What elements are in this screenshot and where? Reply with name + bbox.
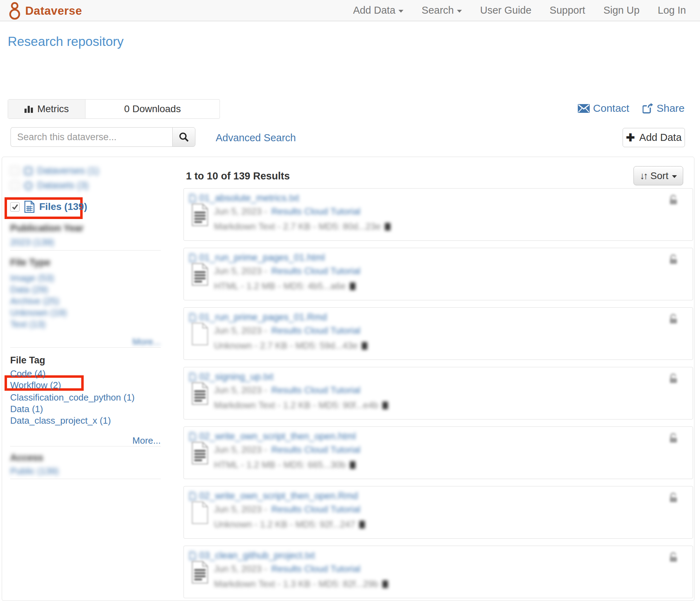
- top-navbar: Dataverse Add Data Search User Guide Sup…: [0, 0, 700, 21]
- checkbox[interactable]: [10, 166, 20, 176]
- chevron-down-icon: [457, 10, 462, 13]
- file-result-card: 01_absolute_metrics.txt Jun 5, 2023 -Res…: [183, 188, 693, 241]
- dataset-link[interactable]: Results Cloud Tutorial: [271, 325, 360, 336]
- facet-publication-year-item[interactable]: 2023 (139): [10, 237, 54, 248]
- file-date: Jun 5, 2023 -: [214, 385, 267, 396]
- contact-link[interactable]: Contact: [578, 102, 629, 114]
- file-result-body: Jun 5, 2023 -Results Cloud Tutorial Unkn…: [192, 501, 365, 530]
- checkbox-checked[interactable]: [10, 202, 20, 212]
- facet-datasets[interactable]: Datasets (3): [10, 180, 89, 191]
- unlock-icon: [669, 254, 678, 265]
- facet-file-type-item[interactable]: Archive (25): [10, 296, 59, 307]
- file-date: Jun 5, 2023 -: [214, 266, 267, 276]
- unlock-icon: [669, 433, 678, 444]
- facet-dataverses[interactable]: Dataverses (1): [10, 165, 99, 176]
- file-result-body: Jun 5, 2023 -Results Cloud Tutorial Mark…: [192, 561, 388, 589]
- nav-add-data[interactable]: Add Data: [353, 5, 403, 16]
- file-meta: Markdown Text - 1.2 KB - MD5: 90f...e4b: [214, 400, 378, 411]
- file-meta: Markdown Text - 1.3 KB - MD5: 82f...29b: [214, 579, 378, 589]
- divider: [10, 446, 161, 446]
- page-title[interactable]: Research repository: [8, 34, 124, 49]
- dataset-link[interactable]: Results Cloud Tutorial: [271, 206, 360, 217]
- dataset-facet-icon: [24, 182, 33, 190]
- file-icon: [189, 492, 196, 500]
- file-result-card: 01_run_prime_pages_01.html Jun 5, 2023 -…: [183, 248, 693, 300]
- facet-file-type-item[interactable]: Data (29): [10, 284, 48, 295]
- facet-files-label: Files (139): [39, 201, 87, 212]
- results-list: 01_absolute_metrics.txt Jun 5, 2023 -Res…: [183, 188, 693, 601]
- divider: [10, 479, 161, 479]
- facet-files[interactable]: Files (139): [10, 200, 87, 213]
- file-thumbnail-icon: [192, 382, 208, 405]
- file-title-link[interactable]: 02_write_own_script_then_open.html: [189, 431, 356, 442]
- file-result-card: 01_run_prime_pages_01.Rmd Jun 5, 2023 -R…: [183, 307, 693, 360]
- facet-file-tag-data-class[interactable]: Data_class_project_x (1): [10, 415, 111, 426]
- checksum-icon: [350, 461, 355, 469]
- envelope-icon: [578, 104, 590, 113]
- search-icon: [179, 132, 189, 142]
- metrics-tab[interactable]: Metrics: [8, 100, 85, 118]
- file-meta: HTML - 1.2 MB - MD5: 4b5...a6e: [214, 281, 346, 292]
- facet-file-type-item[interactable]: Text (13): [10, 319, 46, 330]
- check-icon: [12, 203, 19, 210]
- unlock-icon: [669, 314, 678, 325]
- file-icon: [189, 254, 196, 262]
- dataverse-logo-icon: [8, 2, 22, 20]
- add-data-button[interactable]: ✚ Add Data: [623, 128, 685, 147]
- file-title-link[interactable]: 02_signing_up.txt: [189, 371, 273, 382]
- file-table-icon: [24, 200, 35, 213]
- search-input[interactable]: [11, 127, 172, 147]
- results-summary: 1 to 10 of 139 Results: [186, 170, 290, 182]
- checksum-icon: [359, 521, 365, 528]
- dataset-link[interactable]: Results Cloud Tutorial: [271, 564, 360, 574]
- metrics-label: Metrics: [37, 103, 69, 115]
- facet-file-tag-classification[interactable]: Classification_code_python (1): [10, 392, 135, 403]
- divider: [10, 347, 161, 348]
- browse-panel: Dataverses (1) Datasets (3) Files (13: [2, 157, 694, 601]
- facet-file-tag-data[interactable]: Data (1): [10, 404, 43, 415]
- nav-sign-up[interactable]: Sign Up: [603, 5, 639, 16]
- nav-search[interactable]: Search: [422, 5, 462, 16]
- dataverse-facet-icon: [24, 167, 33, 175]
- dataset-link[interactable]: Results Cloud Tutorial: [271, 266, 360, 276]
- facet-file-type-item[interactable]: Image (53): [10, 273, 54, 284]
- nav-log-in[interactable]: Log In: [658, 5, 686, 16]
- file-tag-more-link[interactable]: More...: [132, 435, 161, 446]
- file-date: Jun 5, 2023 -: [214, 206, 267, 217]
- file-date: Jun 5, 2023 -: [214, 444, 267, 455]
- chevron-down-icon: [398, 10, 403, 13]
- downloads-count: 0 Downloads: [85, 100, 220, 118]
- unlock-icon: [669, 493, 678, 503]
- file-icon: [189, 313, 196, 322]
- file-result-body: Jun 5, 2023 -Results Cloud Tutorial Unkn…: [192, 322, 367, 351]
- dataverse-brand[interactable]: Dataverse: [8, 2, 82, 20]
- file-title-link[interactable]: 01_run_prime_pages_01.html: [189, 252, 325, 263]
- file-title-link[interactable]: 01_absolute_metrics.txt: [189, 193, 299, 204]
- nav-user-guide[interactable]: User Guide: [480, 5, 532, 16]
- checkbox[interactable]: [10, 181, 20, 190]
- file-type-more-link[interactable]: More...: [132, 336, 161, 347]
- file-title-link[interactable]: 02_write_own_script_then_open.Rmd: [189, 491, 358, 501]
- facet-file-tag-code[interactable]: Code (4): [10, 368, 46, 379]
- facet-file-tag-workflow[interactable]: Workflow (2): [10, 380, 61, 391]
- facet-access-item[interactable]: Public (139): [10, 466, 59, 477]
- facet-label: Datasets (3): [37, 180, 89, 191]
- file-title-link[interactable]: 01_run_prime_pages_01.Rmd: [189, 312, 327, 323]
- dataset-link[interactable]: Results Cloud Tutorial: [271, 385, 360, 396]
- dataset-link[interactable]: Results Cloud Tutorial: [271, 444, 360, 455]
- nav-support[interactable]: Support: [550, 5, 585, 16]
- chevron-down-icon: [672, 175, 677, 178]
- facet-file-type-item[interactable]: Unknown (19): [10, 307, 67, 318]
- file-meta: Unknown - 1.2 KB - MD5: 92f...247: [214, 519, 355, 530]
- search-button[interactable]: [172, 127, 195, 147]
- share-link[interactable]: Share: [643, 102, 685, 114]
- sort-button[interactable]: ↓↑ Sort: [633, 166, 683, 185]
- unlock-icon: [669, 195, 678, 205]
- dataset-link[interactable]: Results Cloud Tutorial: [271, 504, 360, 515]
- file-meta: Unknown - 2.7 KB - MD5: 59d...43e: [214, 340, 358, 351]
- advanced-search-link[interactable]: Advanced Search: [216, 132, 296, 144]
- file-result-body: Jun 5, 2023 -Results Cloud Tutorial HTML…: [192, 263, 360, 292]
- file-title-link[interactable]: 03_clean_github_project.txt: [189, 550, 315, 561]
- facet-section-title: Access: [10, 452, 43, 463]
- file-result-body: Jun 5, 2023 -Results Cloud Tutorial Mark…: [192, 382, 388, 411]
